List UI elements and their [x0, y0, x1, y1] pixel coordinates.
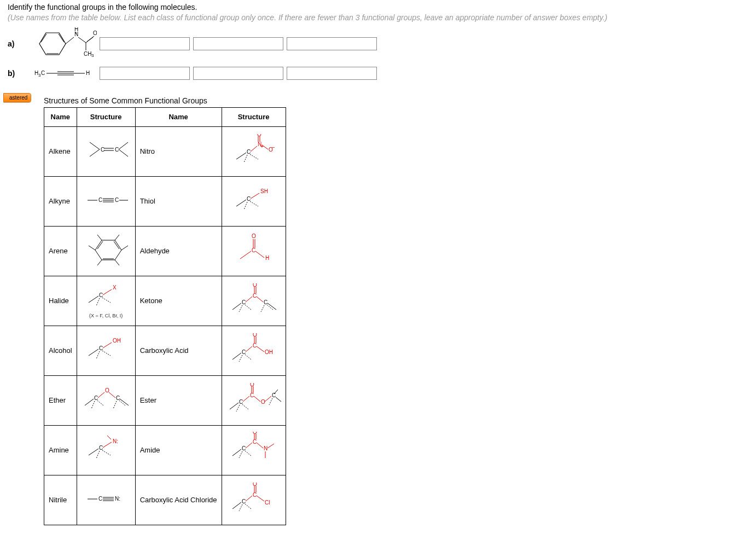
svg-text:C: C: [116, 395, 120, 401]
svg-line-92: [261, 305, 264, 312]
svg-text:O: O: [253, 432, 257, 435]
svg-text:C: C: [253, 343, 257, 349]
svg-text:OH: OH: [265, 349, 273, 355]
svg-line-30: [119, 142, 128, 149]
svg-line-146: [232, 449, 241, 456]
svg-line-90: [257, 297, 263, 302]
svg-text:C: C: [94, 395, 98, 401]
table-row: EtherCOCEsterCCOOC: [44, 375, 286, 425]
svg-text:O: O: [253, 333, 257, 338]
fg-structure: CCOOC: [222, 375, 286, 425]
fg-name: Amine: [44, 425, 77, 475]
svg-text:H: H: [265, 255, 269, 261]
svg-line-174: [257, 496, 264, 501]
svg-line-35: [244, 155, 247, 163]
svg-text:3: 3: [91, 53, 94, 58]
svg-line-31: [119, 149, 128, 156]
answer-a-3[interactable]: [287, 37, 377, 50]
svg-text:C: C: [247, 196, 251, 202]
svg-text:C: C: [115, 147, 119, 153]
table-row: AmineCN:AmideCCON: [44, 425, 286, 475]
table-row: AlkyneCCThiolCSH: [44, 176, 286, 226]
svg-text:C: C: [242, 498, 246, 504]
svg-line-143: [103, 442, 112, 448]
svg-text:CH: CH: [84, 51, 91, 57]
svg-line-73: [255, 251, 264, 258]
svg-text:O: O: [253, 283, 257, 288]
svg-line-100: [96, 351, 100, 359]
svg-line-168: [245, 504, 251, 509]
svg-text:C: C: [253, 439, 257, 445]
molecule-a: N H O CH3: [28, 27, 100, 60]
svg-text:O: O: [252, 234, 256, 239]
svg-line-68: [240, 251, 251, 259]
svg-line-138: [274, 390, 278, 394]
answer-a-2[interactable]: [193, 37, 283, 50]
svg-text:C: C: [264, 299, 267, 305]
svg-line-99: [102, 351, 111, 356]
fg-name: Carboxylic Acid Chloride: [135, 475, 222, 525]
fg-structure: CCOOH: [222, 326, 286, 375]
svg-line-134: [265, 396, 271, 402]
svg-text:Cl: Cl: [265, 500, 270, 506]
fg-name: Ketone: [135, 276, 222, 326]
svg-line-137: [276, 397, 281, 402]
svg-text:N: N: [264, 445, 267, 451]
svg-line-139: [89, 449, 98, 455]
svg-line-65: [121, 246, 128, 250]
svg-line-169: [246, 496, 252, 501]
answer-a-1[interactable]: [100, 37, 190, 50]
table-row: AreneAldehydeCOH: [44, 226, 286, 276]
svg-text:C: C: [253, 492, 257, 498]
svg-text:C: C: [239, 399, 243, 405]
svg-line-167: [239, 504, 242, 511]
svg-line-121: [119, 401, 125, 405]
svg-line-80: [96, 298, 100, 306]
svg-line-81: [232, 303, 241, 310]
part-label-b: b): [8, 69, 28, 78]
svg-text:O: O: [261, 399, 265, 405]
svg-line-77: [103, 289, 112, 295]
fg-structure: CSH: [222, 176, 286, 226]
svg-line-104: [245, 355, 251, 359]
svg-marker-0: [39, 33, 66, 55]
svg-marker-58: [95, 240, 121, 260]
fg-structure: COH: [77, 326, 135, 375]
svg-text:O: O: [253, 483, 257, 487]
svg-line-83: [239, 305, 242, 312]
svg-line-127: [243, 396, 249, 402]
svg-text:N:: N:: [113, 438, 118, 444]
svg-line-67: [97, 260, 102, 265]
svg-line-123: [230, 403, 239, 409]
svg-text:SH: SH: [260, 188, 268, 194]
svg-line-148: [239, 451, 242, 458]
svg-line-101: [232, 353, 241, 359]
svg-line-62: [89, 246, 95, 250]
svg-line-112: [85, 399, 94, 405]
fg-structure: CC: [77, 176, 135, 226]
question-hint: (Use names from the table below. List ea…: [8, 13, 607, 22]
fg-name: Thiol: [135, 176, 222, 226]
svg-line-56: [251, 193, 259, 199]
answer-b-3[interactable]: [287, 67, 377, 80]
answer-b-2[interactable]: [193, 67, 283, 80]
svg-line-114: [91, 401, 95, 409]
svg-text:C: C: [101, 147, 104, 153]
fg-structure: CC: [77, 126, 135, 176]
svg-text:C: C: [242, 445, 246, 451]
svg-line-125: [236, 405, 240, 411]
fg-structure: CCON: [222, 425, 286, 475]
svg-text:C: C: [252, 247, 255, 253]
svg-line-155: [257, 443, 263, 448]
svg-text:O: O: [93, 30, 97, 36]
fg-name: Alkyne: [44, 176, 77, 226]
mastered-tab[interactable]: astered: [3, 93, 31, 102]
fg-structure: CCOC: [222, 276, 286, 326]
svg-text:C: C: [242, 349, 246, 355]
answer-b-1[interactable]: [100, 67, 190, 80]
svg-line-24: [90, 142, 100, 149]
th-name-2: Name: [135, 107, 222, 126]
svg-text:C: C: [250, 392, 254, 398]
fg-structure: CX(X = F, Cl, Br, I): [77, 276, 135, 326]
svg-line-136: [269, 398, 272, 405]
